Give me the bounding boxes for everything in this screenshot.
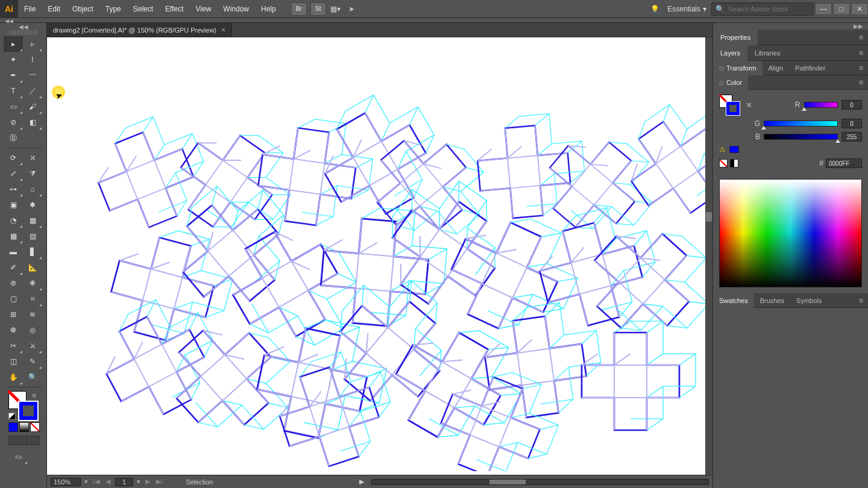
tool-scissors[interactable]: ✂ [4,338,23,354]
tool-pen[interactable]: ✒ [4,67,23,83]
menu-view[interactable]: View [190,0,218,18]
input-g[interactable] [841,119,862,128]
tool-wrinkle[interactable]: ≋ [23,307,42,322]
slider-g[interactable] [764,120,838,127]
tool-lasso[interactable]: ⌇ [23,52,42,67]
tab-properties[interactable]: Properties [713,30,758,45]
tool-knife[interactable]: ⚔ [23,338,42,354]
draw-inside[interactable] [30,436,40,445]
mode-gradient[interactable] [19,422,29,432]
panel-menu-icon[interactable]: ≡ [854,64,868,72]
right-collapse-icon[interactable]: ▶▶ [713,23,868,30]
status-play-icon[interactable]: ▶ [359,478,364,486]
artboard-first[interactable]: I◀ [92,478,101,486]
window-close[interactable]: ✕ [851,3,868,15]
tool-zoom[interactable]: 🔍 [23,369,42,385]
tool-curvature[interactable]: 〰 [23,67,42,83]
tool-blob-brush[interactable]: ⓑ [4,130,23,146]
search-help-icon[interactable]: 💡 [647,1,662,17]
tab-pathfinder[interactable]: Pathfinder [789,61,831,75]
input-hex[interactable] [826,158,862,168]
tab-color[interactable]: ◇Color [713,75,748,90]
tool-hand[interactable]: ✋ [4,369,23,385]
artboard-next[interactable]: ▶ [144,478,151,486]
panel-menu-icon[interactable]: ≡ [854,78,868,87]
search-stock-field[interactable]: 🔍 [711,2,814,16]
menu-select[interactable]: Select [127,0,159,18]
menu-object[interactable]: Object [66,0,99,18]
tool-symbol-shifter[interactable]: ❁ [4,322,23,338]
artboard-prev[interactable]: ◀ [104,478,112,486]
tab-layers[interactable]: Layers [713,45,747,61]
tab-transform[interactable]: ◇Transform [713,61,763,75]
tool-reflect[interactable]: ⤮ [23,150,42,166]
screen-mode[interactable]: ▭ [8,449,28,465]
zoom-dropdown-icon[interactable]: ▾ [84,478,88,486]
tool-mesh[interactable]: ▤ [23,228,42,244]
tool-type[interactable]: T [4,83,23,99]
none-swatch[interactable] [719,159,728,167]
tool-shaper[interactable]: ⊘ [4,114,23,130]
panel-menu-icon[interactable]: ≡ [854,296,868,305]
tool-column-graph[interactable]: ▋ [23,244,42,260]
zoom-level[interactable]: 150% [51,478,81,486]
draw-behind[interactable] [19,436,29,445]
arrange-documents-icon[interactable]: ▦▾ [328,1,344,17]
menu-type[interactable]: Type [99,0,127,18]
tool-measure[interactable]: 📐 [23,260,42,275]
search-stock-input[interactable] [728,5,811,13]
tool-blend[interactable]: ⊚ [4,275,23,291]
default-fill-stroke-icon[interactable] [8,413,16,420]
tool-warp[interactable]: ⌂ [23,181,42,197]
toolbox-grip[interactable] [10,30,37,35]
tool-eyedropper2[interactable]: ✎ [23,354,42,369]
tool-free-transform[interactable]: ▣ [4,197,23,213]
artboard-number[interactable]: 1 [115,478,133,486]
tool-puppet-warp[interactable]: ✱ [23,197,42,213]
tool-eyedropper[interactable]: ✐ [4,260,23,275]
menu-effect[interactable]: Effect [159,0,189,18]
mode-color[interactable] [8,422,18,432]
tab-libraries[interactable]: Libraries [747,45,787,61]
tool-live-paint[interactable]: ▦ [23,213,42,228]
tool-eraser[interactable]: ◧ [23,114,42,130]
tool-scale[interactable]: ⤢ [4,166,23,181]
color-fill-stroke[interactable] [719,95,740,115]
vscroll-thumb[interactable] [706,212,712,222]
panel-menu-icon[interactable]: ≡ [854,49,868,57]
tool-shear[interactable]: ⧩ [23,166,42,181]
out-of-gamut-icon[interactable]: ⚠ [719,145,726,154]
tool-width[interactable]: ⊶ [4,181,23,197]
tool-slice[interactable]: ⌗ [23,291,42,307]
close-tab-icon[interactable]: × [221,26,225,34]
tool-shape-builder[interactable]: ◔ [4,213,23,228]
slider-r[interactable] [804,102,838,108]
hscroll-thumb[interactable] [489,480,526,484]
tool-gradient[interactable]: ▬ [4,244,23,260]
tool-slice-select[interactable]: ◫ [4,354,23,369]
tool-perspective[interactable]: ▩ [4,228,23,244]
tool-rotate[interactable]: ⟳ [4,150,23,166]
menu-help[interactable]: Help [255,0,282,18]
artboard[interactable]: ➤ [47,37,705,475]
input-b[interactable] [841,132,862,142]
color-stroke-swatch[interactable] [726,102,740,115]
tool-artboard[interactable]: ▢ [4,291,23,307]
horizontal-scrollbar[interactable] [371,479,709,485]
menu-window[interactable]: Window [217,0,255,18]
draw-normal[interactable] [8,436,18,445]
tool-rectangle[interactable]: ▭ [4,99,23,114]
tool-symbol-sprayer[interactable]: ❋ [23,275,42,291]
bw-swatch[interactable] [730,159,738,167]
tool-magic-wand[interactable]: ✦ [4,52,23,67]
color-spectrum[interactable] [719,179,862,287]
slider-b[interactable] [764,134,838,140]
bridge-button[interactable]: Br [291,2,307,16]
menu-edit[interactable]: Edit [42,0,66,18]
swap-mini-icon[interactable]: ⤭ [746,101,752,109]
tool-paintbrush[interactable]: 🖌 [23,99,42,114]
tool-line[interactable]: ／ [23,83,42,99]
swap-fill-stroke-icon[interactable]: ⤭ [31,392,36,399]
artboard-last[interactable]: ▶I [155,478,164,486]
menu-file[interactable]: File [18,0,42,18]
